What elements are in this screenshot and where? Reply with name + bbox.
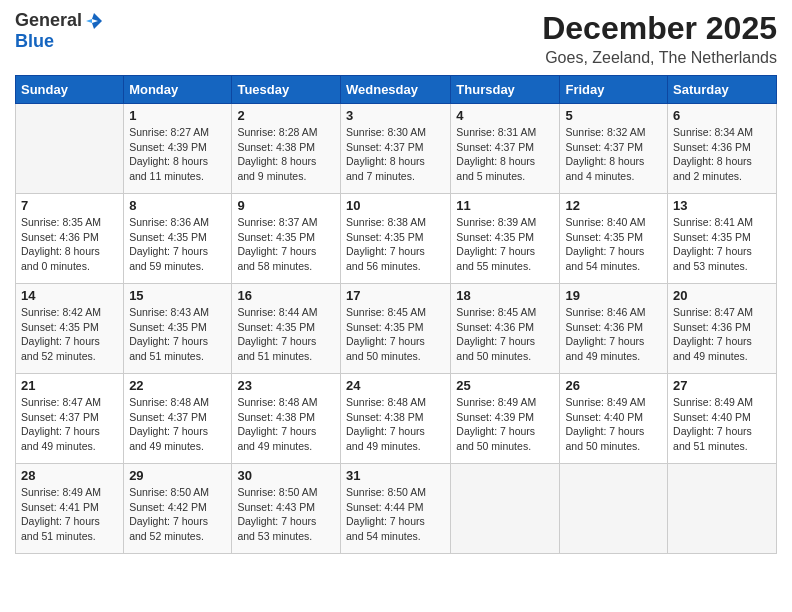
day-number: 24 [346,378,445,393]
calendar-cell: 25Sunrise: 8:49 AMSunset: 4:39 PMDayligh… [451,374,560,464]
day-number: 31 [346,468,445,483]
calendar-header-row: SundayMondayTuesdayWednesdayThursdayFrid… [16,76,777,104]
day-number: 7 [21,198,118,213]
svg-marker-0 [92,13,102,29]
logo-blue-text: Blue [15,31,54,52]
day-number: 28 [21,468,118,483]
day-number: 19 [565,288,662,303]
day-number: 20 [673,288,771,303]
calendar-cell: 29Sunrise: 8:50 AMSunset: 4:42 PMDayligh… [124,464,232,554]
day-of-week-header: Monday [124,76,232,104]
day-info: Sunrise: 8:44 AMSunset: 4:35 PMDaylight:… [237,305,335,364]
svg-marker-1 [86,19,92,23]
day-number: 17 [346,288,445,303]
day-info: Sunrise: 8:47 AMSunset: 4:37 PMDaylight:… [21,395,118,454]
day-number: 10 [346,198,445,213]
day-number: 22 [129,378,226,393]
day-number: 23 [237,378,335,393]
day-number: 27 [673,378,771,393]
logo: General Blue [15,10,104,52]
day-of-week-header: Tuesday [232,76,341,104]
day-number: 18 [456,288,554,303]
calendar-cell: 13Sunrise: 8:41 AMSunset: 4:35 PMDayligh… [668,194,777,284]
calendar-cell: 16Sunrise: 8:44 AMSunset: 4:35 PMDayligh… [232,284,341,374]
day-number: 13 [673,198,771,213]
calendar-cell: 3Sunrise: 8:30 AMSunset: 4:37 PMDaylight… [340,104,450,194]
day-number: 21 [21,378,118,393]
day-number: 12 [565,198,662,213]
calendar-cell [668,464,777,554]
day-info: Sunrise: 8:50 AMSunset: 4:44 PMDaylight:… [346,485,445,544]
day-number: 29 [129,468,226,483]
calendar-cell: 12Sunrise: 8:40 AMSunset: 4:35 PMDayligh… [560,194,668,284]
day-info: Sunrise: 8:45 AMSunset: 4:35 PMDaylight:… [346,305,445,364]
calendar-cell: 19Sunrise: 8:46 AMSunset: 4:36 PMDayligh… [560,284,668,374]
calendar-cell: 10Sunrise: 8:38 AMSunset: 4:35 PMDayligh… [340,194,450,284]
day-info: Sunrise: 8:39 AMSunset: 4:35 PMDaylight:… [456,215,554,274]
day-info: Sunrise: 8:31 AMSunset: 4:37 PMDaylight:… [456,125,554,184]
day-number: 8 [129,198,226,213]
day-info: Sunrise: 8:46 AMSunset: 4:36 PMDaylight:… [565,305,662,364]
title-area: December 2025 Goes, Zeeland, The Netherl… [542,10,777,67]
calendar-cell [16,104,124,194]
day-info: Sunrise: 8:38 AMSunset: 4:35 PMDaylight:… [346,215,445,274]
day-of-week-header: Sunday [16,76,124,104]
day-number: 1 [129,108,226,123]
day-number: 3 [346,108,445,123]
day-number: 4 [456,108,554,123]
calendar-cell: 5Sunrise: 8:32 AMSunset: 4:37 PMDaylight… [560,104,668,194]
calendar-cell: 23Sunrise: 8:48 AMSunset: 4:38 PMDayligh… [232,374,341,464]
day-info: Sunrise: 8:49 AMSunset: 4:41 PMDaylight:… [21,485,118,544]
day-number: 2 [237,108,335,123]
day-info: Sunrise: 8:34 AMSunset: 4:36 PMDaylight:… [673,125,771,184]
calendar-week-row: 14Sunrise: 8:42 AMSunset: 4:35 PMDayligh… [16,284,777,374]
calendar-cell: 20Sunrise: 8:47 AMSunset: 4:36 PMDayligh… [668,284,777,374]
calendar-cell: 11Sunrise: 8:39 AMSunset: 4:35 PMDayligh… [451,194,560,284]
calendar-cell: 14Sunrise: 8:42 AMSunset: 4:35 PMDayligh… [16,284,124,374]
header: General Blue December 2025 Goes, Zeeland… [15,10,777,67]
day-number: 26 [565,378,662,393]
calendar-cell [451,464,560,554]
day-of-week-header: Friday [560,76,668,104]
day-number: 9 [237,198,335,213]
logo-icon [84,11,104,31]
day-of-week-header: Thursday [451,76,560,104]
day-number: 16 [237,288,335,303]
calendar-cell: 26Sunrise: 8:49 AMSunset: 4:40 PMDayligh… [560,374,668,464]
day-info: Sunrise: 8:49 AMSunset: 4:40 PMDaylight:… [565,395,662,454]
calendar-cell: 21Sunrise: 8:47 AMSunset: 4:37 PMDayligh… [16,374,124,464]
logo-general-text: General [15,10,82,31]
calendar-cell: 8Sunrise: 8:36 AMSunset: 4:35 PMDaylight… [124,194,232,284]
day-info: Sunrise: 8:43 AMSunset: 4:35 PMDaylight:… [129,305,226,364]
day-info: Sunrise: 8:42 AMSunset: 4:35 PMDaylight:… [21,305,118,364]
day-info: Sunrise: 8:35 AMSunset: 4:36 PMDaylight:… [21,215,118,274]
day-info: Sunrise: 8:41 AMSunset: 4:35 PMDaylight:… [673,215,771,274]
location-title: Goes, Zeeland, The Netherlands [542,49,777,67]
day-info: Sunrise: 8:50 AMSunset: 4:42 PMDaylight:… [129,485,226,544]
day-info: Sunrise: 8:48 AMSunset: 4:37 PMDaylight:… [129,395,226,454]
day-info: Sunrise: 8:36 AMSunset: 4:35 PMDaylight:… [129,215,226,274]
calendar-cell: 4Sunrise: 8:31 AMSunset: 4:37 PMDaylight… [451,104,560,194]
day-info: Sunrise: 8:49 AMSunset: 4:40 PMDaylight:… [673,395,771,454]
calendar-week-row: 1Sunrise: 8:27 AMSunset: 4:39 PMDaylight… [16,104,777,194]
calendar-cell: 30Sunrise: 8:50 AMSunset: 4:43 PMDayligh… [232,464,341,554]
day-info: Sunrise: 8:45 AMSunset: 4:36 PMDaylight:… [456,305,554,364]
calendar-cell: 22Sunrise: 8:48 AMSunset: 4:37 PMDayligh… [124,374,232,464]
day-info: Sunrise: 8:47 AMSunset: 4:36 PMDaylight:… [673,305,771,364]
calendar-cell: 27Sunrise: 8:49 AMSunset: 4:40 PMDayligh… [668,374,777,464]
day-number: 14 [21,288,118,303]
calendar-cell: 2Sunrise: 8:28 AMSunset: 4:38 PMDaylight… [232,104,341,194]
calendar-cell: 1Sunrise: 8:27 AMSunset: 4:39 PMDaylight… [124,104,232,194]
calendar-cell: 28Sunrise: 8:49 AMSunset: 4:41 PMDayligh… [16,464,124,554]
calendar-table: SundayMondayTuesdayWednesdayThursdayFrid… [15,75,777,554]
day-info: Sunrise: 8:32 AMSunset: 4:37 PMDaylight:… [565,125,662,184]
day-info: Sunrise: 8:40 AMSunset: 4:35 PMDaylight:… [565,215,662,274]
day-info: Sunrise: 8:27 AMSunset: 4:39 PMDaylight:… [129,125,226,184]
day-info: Sunrise: 8:50 AMSunset: 4:43 PMDaylight:… [237,485,335,544]
day-number: 25 [456,378,554,393]
calendar-cell: 31Sunrise: 8:50 AMSunset: 4:44 PMDayligh… [340,464,450,554]
calendar-cell: 15Sunrise: 8:43 AMSunset: 4:35 PMDayligh… [124,284,232,374]
calendar-cell: 17Sunrise: 8:45 AMSunset: 4:35 PMDayligh… [340,284,450,374]
day-number: 15 [129,288,226,303]
day-info: Sunrise: 8:37 AMSunset: 4:35 PMDaylight:… [237,215,335,274]
